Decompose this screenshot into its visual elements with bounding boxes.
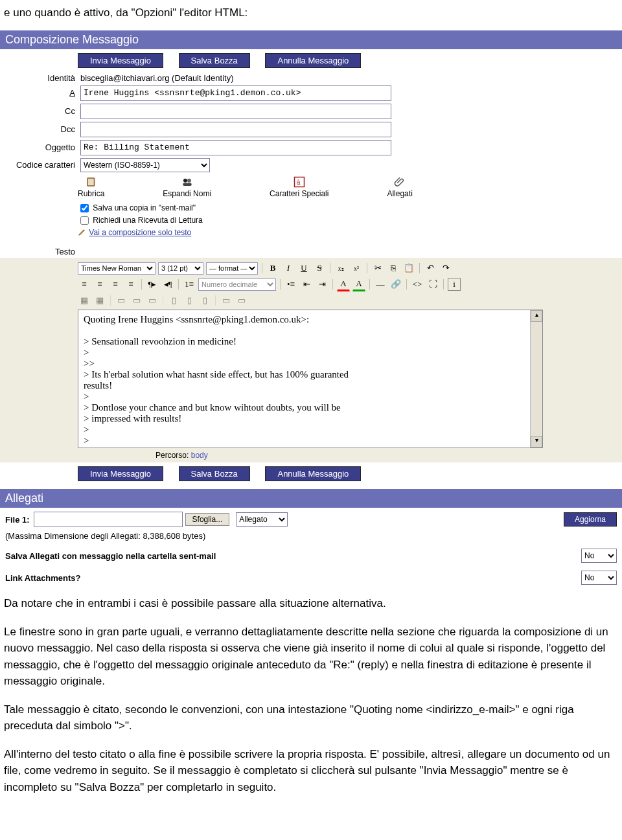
paragraph-3: Tale messaggio è citato, secondo le conv… xyxy=(4,701,618,734)
col-delete-button: ▯ xyxy=(198,294,211,307)
paragraph-1: Da notare che in entrambi i casi è possi… xyxy=(4,595,618,612)
compose-header: Composizione Messaggio xyxy=(0,30,622,49)
receipt-checkbox[interactable] xyxy=(80,216,89,225)
bg-color-button[interactable]: A xyxy=(352,277,365,291)
bold-button[interactable]: B xyxy=(266,262,279,275)
strike-button[interactable]: S xyxy=(313,262,326,275)
save-att-label: Salva Allegati con messaggio nella carte… xyxy=(5,551,216,561)
list-format-select[interactable]: Numero decimale xyxy=(198,278,276,291)
attachments-icon[interactable] xyxy=(393,176,406,188)
undo-button[interactable]: ↶ xyxy=(424,262,437,275)
special-chars-icon[interactable]: á xyxy=(293,176,306,188)
charset-select[interactable]: Western (ISO-8859-1) xyxy=(80,158,210,172)
size-select[interactable]: 3 (12 pt) xyxy=(158,262,203,275)
save-draft-button[interactable]: Salva Bozza xyxy=(179,53,250,68)
send-button-bottom[interactable]: Invia Messaggio xyxy=(78,466,163,481)
cc-input[interactable] xyxy=(80,104,391,119)
superscript-button[interactable]: x² xyxy=(350,262,363,275)
subscript-button[interactable]: x₂ xyxy=(334,262,347,275)
svg-point-3 xyxy=(187,178,191,182)
align-justify-button[interactable]: ≡ xyxy=(124,278,137,291)
align-left-button[interactable]: ≡ xyxy=(78,278,91,291)
copy-button[interactable]: ⎘ xyxy=(387,262,400,275)
source-button[interactable]: <> xyxy=(411,278,424,291)
save-att-select[interactable]: No xyxy=(581,549,617,563)
subject-label: Oggetto xyxy=(4,142,80,152)
compose-window: Composizione Messaggio Invia Messaggio S… xyxy=(0,30,622,589)
plain-text-link[interactable]: Vai a composizione solo testo xyxy=(89,228,191,237)
underline-button[interactable]: U xyxy=(297,262,310,275)
save-sent-checkbox[interactable] xyxy=(80,204,89,212)
cancel-button-bottom[interactable]: Annulla Messaggio xyxy=(265,466,361,481)
scroll-up-icon[interactable]: ▴ xyxy=(531,310,542,322)
ltr-button[interactable]: ¶▸ xyxy=(146,278,159,291)
ordered-list-button[interactable]: 1≡ xyxy=(183,278,196,291)
hr-button[interactable]: — xyxy=(374,278,387,291)
cell-split-button: ▭ xyxy=(235,294,248,307)
link-att-select[interactable]: No xyxy=(581,571,617,585)
indent-button[interactable]: ⇥ xyxy=(316,278,328,291)
align-right-button[interactable]: ≡ xyxy=(109,278,122,291)
to-label: A xyxy=(4,88,80,98)
send-button[interactable]: Invia Messaggio xyxy=(78,53,163,68)
table-button: ▦ xyxy=(78,294,91,307)
top-button-row: Invia Messaggio Salva Bozza Annulla Mess… xyxy=(0,49,622,72)
cut-button[interactable]: ✂ xyxy=(371,262,384,275)
subject-input[interactable] xyxy=(80,140,391,155)
max-size-text: (Massima Dimensione degli Allegati: 8,38… xyxy=(0,531,622,545)
text-color-button[interactable]: A xyxy=(337,277,350,291)
scroll-down-icon[interactable]: ▾ xyxy=(531,436,542,448)
scrollbar[interactable]: ▴ ▾ xyxy=(530,310,542,448)
paste-button[interactable]: 📋 xyxy=(402,262,415,275)
attach-type-select[interactable]: Allegato xyxy=(236,512,288,527)
col-before-button: ▯ xyxy=(167,294,180,307)
save-draft-button-bottom[interactable]: Salva Bozza xyxy=(179,466,250,481)
editor-body[interactable]: Quoting Irene Huggins <ssnsnrte@pking1.d… xyxy=(78,310,543,448)
identity-label: Identità xyxy=(4,73,80,83)
bcc-label: Dcc xyxy=(4,124,80,134)
bullet-list-button[interactable]: •≡ xyxy=(284,278,297,291)
italic-button[interactable]: I xyxy=(282,262,295,275)
receipt-label: Richiedi una Ricevuta di Lettura xyxy=(93,216,202,225)
svg-point-2 xyxy=(183,178,187,182)
expand-names-label[interactable]: Espandi Nomi xyxy=(163,189,211,198)
attachments-header: Allegati xyxy=(0,489,622,508)
outdent-button[interactable]: ⇤ xyxy=(300,278,313,291)
path-bar: Percorso: body xyxy=(78,448,622,462)
identity-value: bisceglia@itchiavari.org (Default Identi… xyxy=(80,73,233,83)
help-button[interactable]: i xyxy=(448,278,461,291)
special-chars-label[interactable]: Caratteri Speciali xyxy=(270,189,328,198)
to-input[interactable] xyxy=(80,85,391,101)
intro-text: e uno quando è attivo, da "Opzioni" l'ed… xyxy=(4,5,618,21)
pencil-icon xyxy=(78,228,87,237)
svg-text:á: á xyxy=(296,177,300,185)
rubrica-label[interactable]: Rubrica xyxy=(78,189,104,198)
path-value[interactable]: body xyxy=(191,451,208,460)
col-after-button: ▯ xyxy=(183,294,196,307)
attachments-label[interactable]: Allegati xyxy=(387,189,412,198)
attachments-section: Allegati File 1: Sfoglia... Allegato Agg… xyxy=(0,489,622,589)
paragraph-2: Le finestre sono in gran parte uguali, e… xyxy=(4,624,618,690)
compose-options: Salva una copia in "sent-mail" Richiedi … xyxy=(0,201,622,241)
file1-input[interactable] xyxy=(34,512,183,527)
bcc-input[interactable] xyxy=(80,122,391,137)
font-select[interactable]: Times New Roman xyxy=(78,262,156,275)
editor-toolbar-2: ≡ ≡ ≡ ≡ ¶▸ ◂¶ 1≡ Numero decimale •≡ ⇤ ⇥ … xyxy=(78,276,622,293)
row-delete-button: ▭ xyxy=(146,294,159,307)
align-center-button[interactable]: ≡ xyxy=(93,278,106,291)
bottom-button-row: Invia Messaggio Salva Bozza Annulla Mess… xyxy=(0,462,622,485)
cc-label: Cc xyxy=(4,106,80,116)
redo-button[interactable]: ↷ xyxy=(439,262,452,275)
svg-rect-4 xyxy=(183,183,192,186)
browse-button[interactable]: Sfoglia... xyxy=(185,513,230,526)
format-select[interactable]: — format — xyxy=(206,262,258,275)
fullscreen-button[interactable]: ⛶ xyxy=(426,278,439,291)
address-book-icon[interactable] xyxy=(85,176,98,188)
refresh-button[interactable]: Aggiorna xyxy=(564,512,617,527)
rtl-button[interactable]: ◂¶ xyxy=(161,278,174,291)
editor-toolbar-3: ▦ ▦ ▭ ▭ ▭ ▯ ▯ ▯ ▭ ▭ xyxy=(78,293,622,308)
expand-names-icon[interactable] xyxy=(181,176,194,188)
tool-icons-row: Rubrica Espandi Nomi á Caratteri Special… xyxy=(0,174,622,201)
link-button[interactable]: 🔗 xyxy=(389,278,402,291)
cancel-button[interactable]: Annulla Messaggio xyxy=(265,53,361,68)
